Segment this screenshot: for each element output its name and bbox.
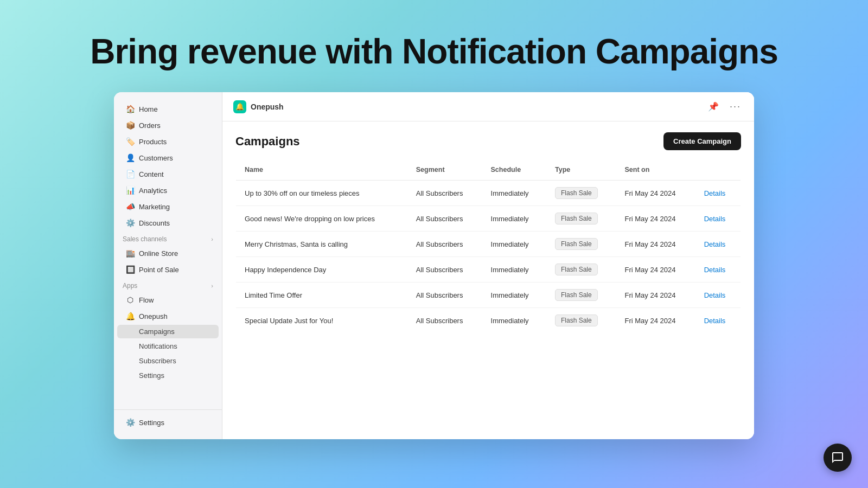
sidebar-item-products[interactable]: 🏷️ Products: [117, 134, 219, 149]
subscribers-sub-label: Subscribers: [139, 357, 176, 365]
cell-type: Flash Sale: [546, 181, 616, 206]
more-button[interactable]: ···: [727, 99, 743, 114]
cell-sent-on: Fri May 24 2024: [616, 282, 695, 308]
cell-segment: All Subscribers: [407, 206, 482, 232]
cell-name: Limited Time Offer: [236, 282, 407, 308]
sidebar-item-label: Home: [139, 105, 158, 113]
cell-schedule: Immediately: [482, 232, 546, 257]
sidebar-item-label: Customers: [139, 154, 173, 162]
cell-sent-on: Fri May 24 2024: [616, 308, 695, 333]
topbar: 🔔 Onepush 📌 ···: [222, 92, 754, 121]
cell-segment: All Subscribers: [407, 308, 482, 333]
sidebar-sub-item-subscribers[interactable]: Subscribers: [117, 354, 219, 368]
campaigns-sub-label: Campaigns: [139, 328, 175, 336]
sidebar-item-label: Point of Sale: [139, 266, 179, 274]
table-row: Limited Time Offer All Subscribers Immed…: [236, 282, 741, 308]
col-header-schedule: Schedule: [482, 159, 546, 181]
table-row: Up to 30% off on our timeless pieces All…: [236, 181, 741, 206]
sidebar-item-label: Onepush: [139, 312, 168, 320]
col-header-sent-on: Sent on: [616, 159, 695, 181]
table-row: Special Update Just for You! All Subscri…: [236, 308, 741, 333]
sidebar-item-label: Marketing: [139, 203, 170, 211]
point-of-sale-icon: 🔲: [126, 265, 135, 274]
sidebar-item-analytics[interactable]: 📊 Analytics: [117, 183, 219, 198]
cell-schedule: Immediately: [482, 206, 546, 232]
topbar-brand: 🔔 Onepush: [233, 100, 284, 113]
table-row: Happy Independence Day All Subscribers I…: [236, 257, 741, 282]
cell-action[interactable]: Details: [695, 308, 741, 333]
sidebar-item-label: Online Store: [139, 249, 178, 258]
sidebar-item-label: Discounts: [139, 219, 170, 227]
sidebar-item-marketing[interactable]: 📣 Marketing: [117, 199, 219, 214]
cell-schedule: Immediately: [482, 257, 546, 282]
hero-title: Bring revenue with Notification Campaign…: [90, 33, 778, 70]
cell-action[interactable]: Details: [695, 181, 741, 206]
table-row: Merry Christmas, Santa is calling All Su…: [236, 232, 741, 257]
cell-action[interactable]: Details: [695, 206, 741, 232]
sidebar: 🏠 Home 📦 Orders 🏷️ Products 👤 Customers …: [114, 92, 222, 439]
sidebar-sub-item-notifications[interactable]: Notifications: [117, 339, 219, 353]
details-link[interactable]: Details: [704, 291, 726, 299]
brand-name: Onepush: [251, 102, 284, 111]
page-title: Campaigns: [235, 134, 300, 149]
sidebar-item-onepush[interactable]: 🔔 Onepush: [117, 309, 219, 324]
details-link[interactable]: Details: [704, 215, 726, 223]
sidebar-bottom: ⚙️ Settings: [114, 409, 222, 431]
sidebar-item-label: Analytics: [139, 187, 167, 195]
sidebar-item-settings[interactable]: ⚙️ Settings: [117, 415, 219, 430]
cell-segment: All Subscribers: [407, 257, 482, 282]
cell-segment: All Subscribers: [407, 282, 482, 308]
content-icon: 📄: [126, 170, 135, 178]
chevron-right-icon: ›: [211, 236, 213, 242]
home-icon: 🏠: [126, 105, 135, 113]
col-header-name: Name: [236, 159, 407, 181]
create-campaign-button[interactable]: Create Campaign: [663, 132, 741, 150]
sidebar-item-online-store[interactable]: 🏬 Online Store: [117, 246, 219, 261]
campaigns-table: Name Segment Schedule Type Sent on Up to…: [235, 159, 741, 333]
cell-segment: All Subscribers: [407, 232, 482, 257]
sidebar-item-home[interactable]: 🏠 Home: [117, 101, 219, 117]
sidebar-sub-item-campaigns[interactable]: Campaigns: [117, 325, 219, 338]
details-link[interactable]: Details: [704, 266, 726, 274]
flow-icon: ⬡: [126, 296, 135, 304]
analytics-icon: 📊: [126, 186, 135, 195]
pin-button[interactable]: 📌: [706, 99, 721, 114]
online-store-icon: 🏬: [126, 249, 135, 258]
products-icon: 🏷️: [126, 137, 135, 146]
cell-action[interactable]: Details: [695, 282, 741, 308]
topbar-actions: 📌 ···: [706, 99, 743, 114]
cell-type: Flash Sale: [546, 232, 616, 257]
cell-action[interactable]: Details: [695, 257, 741, 282]
sidebar-item-flow[interactable]: ⬡ Flow: [117, 292, 219, 307]
sidebar-item-discounts[interactable]: ⚙️ Discounts: [117, 215, 219, 230]
sidebar-item-customers[interactable]: 👤 Customers: [117, 150, 219, 165]
col-header-type: Type: [546, 159, 616, 181]
campaigns-table-container: Name Segment Schedule Type Sent on Up to…: [222, 159, 754, 439]
chat-bubble-button[interactable]: [824, 444, 852, 472]
cell-action[interactable]: Details: [695, 232, 741, 257]
cell-schedule: Immediately: [482, 181, 546, 206]
sidebar-item-label: Orders: [139, 121, 161, 130]
cell-name: Up to 30% off on our timeless pieces: [236, 181, 407, 206]
notifications-sub-label: Notifications: [139, 342, 177, 350]
cell-segment: All Subscribers: [407, 181, 482, 206]
sidebar-item-label: Flow: [139, 296, 154, 304]
col-header-segment: Segment: [407, 159, 482, 181]
main-content: 🔔 Onepush 📌 ··· Campaigns Create Campaig…: [222, 92, 754, 439]
orders-icon: 📦: [126, 121, 135, 130]
chevron-right-icon: ›: [211, 282, 213, 289]
sidebar-settings-label: Settings: [139, 419, 164, 427]
page-header: Campaigns Create Campaign: [222, 121, 754, 159]
cell-schedule: Immediately: [482, 282, 546, 308]
marketing-icon: 📣: [126, 202, 135, 211]
details-link[interactable]: Details: [704, 240, 726, 248]
cell-type: Flash Sale: [546, 308, 616, 333]
sidebar-item-content[interactable]: 📄 Content: [117, 166, 219, 182]
sidebar-item-orders[interactable]: 📦 Orders: [117, 118, 219, 133]
sidebar-sub-item-settings[interactable]: Settings: [117, 369, 219, 382]
settings-icon: ⚙️: [126, 418, 135, 427]
cell-type: Flash Sale: [546, 257, 616, 282]
details-link[interactable]: Details: [704, 189, 726, 197]
sidebar-item-point-of-sale[interactable]: 🔲 Point of Sale: [117, 262, 219, 277]
details-link[interactable]: Details: [704, 317, 726, 325]
